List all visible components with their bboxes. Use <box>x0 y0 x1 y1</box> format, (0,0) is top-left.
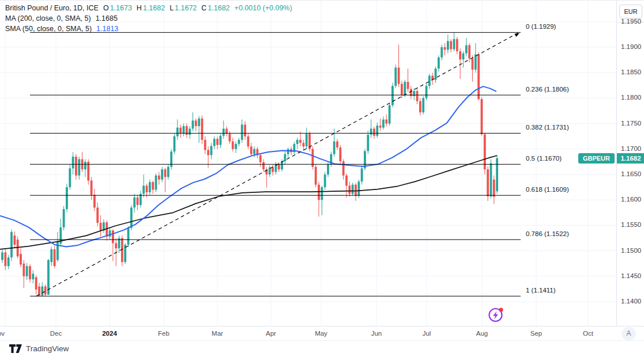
candle-body <box>272 168 274 172</box>
candle-body <box>20 254 22 265</box>
candle-body <box>192 120 194 128</box>
candle-body <box>91 181 93 195</box>
candle-body <box>22 264 25 276</box>
candle-body <box>284 154 286 161</box>
candle-body <box>444 47 446 50</box>
candle-body <box>189 128 191 135</box>
time-tick-label: Feb <box>151 330 176 337</box>
candle-body <box>373 128 375 135</box>
candle-body <box>213 139 216 146</box>
candle-body <box>435 69 437 79</box>
candle-body <box>315 167 317 185</box>
ma200-legend-row[interactable]: MA (200, close, 0, SMA, 5)1.1685 <box>5 13 292 24</box>
candle-body <box>376 126 378 136</box>
candle-body <box>481 99 483 134</box>
candle-body <box>13 236 16 245</box>
symbol-legend-row[interactable]: British Pound / Euro, 1D, ICEO1.1673H1.1… <box>5 3 292 13</box>
symbol-price-label-badge: GBPEUR <box>578 153 615 164</box>
ma200-value: 1.1685 <box>96 14 118 22</box>
candle-body <box>127 228 130 245</box>
candle-body <box>96 207 99 223</box>
change-value: +0.0010 (+0.09%) <box>235 4 292 12</box>
brand-text: TradingView <box>26 344 69 353</box>
candle-body <box>352 185 354 194</box>
candle-body <box>4 252 6 266</box>
time-tick-label: 2024 <box>97 330 122 337</box>
sma50-line[interactable] <box>0 86 496 246</box>
candle-body <box>302 143 304 146</box>
tradingview-brand[interactable]: TradingView <box>9 344 69 353</box>
candle-body <box>75 157 77 176</box>
price-tick-label: 1.1900 <box>621 43 641 50</box>
symbol-title: British Pound / Euro, 1D, ICE <box>5 4 99 12</box>
candle-body <box>195 120 197 126</box>
candle-body <box>327 164 329 174</box>
fib-level-label: 0.786 (1.1522) <box>526 230 569 237</box>
candle-body <box>72 157 74 168</box>
candle-body <box>382 120 385 128</box>
candle-body <box>57 241 59 260</box>
candle-body <box>496 158 498 191</box>
candle-body <box>198 119 200 126</box>
price-tick-label: 1.1650 <box>621 170 641 177</box>
candle-body <box>204 140 206 150</box>
candle-body <box>100 223 102 230</box>
candle-body <box>339 147 341 161</box>
candle-body <box>155 176 157 190</box>
candle-body <box>220 136 222 145</box>
candle-body <box>78 159 80 175</box>
ohlc-value: 1.1682 <box>143 4 165 12</box>
candle-body <box>357 181 360 196</box>
candle-body <box>419 101 421 112</box>
candle-body <box>459 51 461 59</box>
candle-body <box>158 176 160 180</box>
price-tick-label: 1.1500 <box>621 247 641 254</box>
candle-body <box>93 195 96 207</box>
ohlc-letter: O <box>103 4 109 12</box>
time-tick-label: ov <box>0 330 14 337</box>
auto-scale-button[interactable]: A <box>622 327 636 340</box>
candle-body <box>394 67 397 86</box>
candlestick-chart-canvas[interactable]: 0 (1.1929)0.236 (1.1806)0.382 (1.1731)0.… <box>0 1 616 326</box>
candle-body <box>472 58 474 69</box>
candle-body <box>1 252 3 260</box>
gridlines <box>0 1 616 326</box>
time-tick-label: Jul <box>414 330 439 337</box>
candle-body <box>385 120 387 124</box>
time-tick-label: Apr <box>258 330 284 337</box>
price-axis[interactable]: EUR 1.1682 1.19501.19001.18501.18001.175… <box>616 1 644 340</box>
candle-body <box>428 76 431 86</box>
candle-body <box>336 142 338 148</box>
candle-body <box>355 185 357 196</box>
currency-button[interactable]: EUR <box>619 5 642 18</box>
candle-body <box>161 169 163 180</box>
candle-body <box>440 47 443 58</box>
candle-body <box>250 146 253 154</box>
ma200-line[interactable] <box>0 155 497 249</box>
candle-body <box>17 240 19 256</box>
price-tick-label: 1.1600 <box>621 196 641 203</box>
candle-body <box>296 140 299 144</box>
candle-body <box>278 164 280 169</box>
ohlc-letter: L <box>170 4 174 12</box>
candle-body <box>345 176 348 186</box>
time-axis[interactable]: ovDec2024FebMarAprMayJunJulAugSepOct <box>0 326 616 341</box>
chart-area[interactable]: 0 (1.1929)0.236 (1.1806)0.382 (1.1731)0.… <box>0 1 616 326</box>
ma200-label: MA (200, close, 0, SMA, 5) <box>5 14 91 22</box>
sparks-icon[interactable] <box>487 306 505 324</box>
candle-body <box>232 142 234 149</box>
candle-body <box>238 140 240 144</box>
candle-body <box>404 82 406 95</box>
fib-level-label: 1 (1.1411) <box>526 287 556 294</box>
notification-dot <box>499 307 503 312</box>
candle-body <box>453 39 455 50</box>
fib-retracement[interactable]: 0 (1.1929)0.236 (1.1806)0.382 (1.1731)0.… <box>30 23 569 296</box>
candle-body <box>229 134 231 141</box>
candle-body <box>66 187 68 209</box>
sma50-legend-row[interactable]: SMA (50, close, 0, SMA, 5)1.1813 <box>5 24 292 34</box>
candle-body <box>7 257 10 266</box>
candle-body <box>130 207 133 227</box>
candle-body <box>407 82 409 89</box>
candle-body <box>462 54 465 60</box>
candle-body <box>262 162 265 169</box>
